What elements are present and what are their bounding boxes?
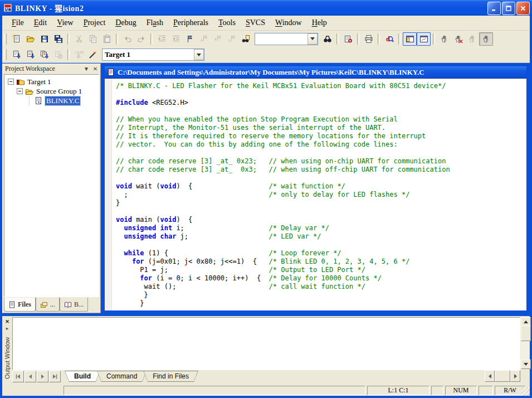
group-folder-icon bbox=[25, 87, 34, 96]
translate-icon[interactable] bbox=[9, 48, 23, 61]
editor-title-bar[interactable]: C:\Documents and Settings\Administrator\… bbox=[105, 66, 526, 78]
menu-svcs[interactable]: SVCS bbox=[241, 17, 270, 29]
target-folder-icon bbox=[16, 77, 25, 86]
find-icon[interactable] bbox=[320, 32, 334, 46]
code-line bbox=[116, 241, 526, 249]
maximize-button[interactable] bbox=[502, 2, 515, 15]
toolbar-separator bbox=[357, 33, 359, 45]
code-line bbox=[116, 207, 526, 216]
menu-view[interactable]: View bbox=[52, 17, 79, 29]
target-options-icon[interactable] bbox=[86, 48, 100, 61]
files-tab-icon bbox=[8, 301, 16, 308]
tab-files[interactable]: Files bbox=[4, 298, 36, 312]
status-cell bbox=[431, 386, 443, 395]
tab-last-icon[interactable] bbox=[49, 371, 61, 382]
output-pin-icon[interactable]: ▸ bbox=[6, 326, 9, 331]
menu-help[interactable]: Help bbox=[307, 17, 332, 29]
code-line: for (j=0x01; j< 0x80; j<<=1) { /* Blink … bbox=[116, 258, 526, 266]
read-write-cell: R/W bbox=[495, 386, 525, 395]
find-symbol-icon[interactable]: d bbox=[382, 32, 396, 46]
tab-find-in-files[interactable]: Find in Files bbox=[143, 371, 198, 382]
kill-breakpoints-icon[interactable] bbox=[451, 32, 465, 46]
title-bar[interactable]: BLINKY - 猩ision2 bbox=[0, 0, 532, 16]
cut-icon bbox=[72, 32, 86, 46]
tree-item-source-group[interactable]: Source Group 1 bbox=[4, 86, 99, 96]
print-icon[interactable] bbox=[362, 32, 375, 46]
project-window-icon[interactable] bbox=[403, 32, 417, 46]
tab-label: B... bbox=[74, 300, 84, 309]
menu-tools[interactable]: Tools bbox=[213, 17, 241, 29]
find-in-files-icon[interactable] bbox=[238, 32, 252, 46]
enable-breakpoint-icon bbox=[465, 32, 479, 46]
output-close-icon[interactable]: ✕ bbox=[4, 318, 11, 325]
target-select-combobox[interactable]: Target 1 bbox=[102, 48, 204, 61]
collapse-icon[interactable] bbox=[17, 88, 23, 94]
toolbar-separator bbox=[116, 33, 118, 45]
editor-selection-margin[interactable] bbox=[105, 79, 112, 310]
code-area[interactable]: /* BLINKY.C - LED Flasher for the Keil M… bbox=[112, 79, 526, 310]
build-toolbar: LOAD Target 1 bbox=[2, 47, 530, 63]
menu-bar: FileEditViewProjectDebugFlashPeripherals… bbox=[2, 16, 530, 31]
open-file-icon[interactable] bbox=[23, 32, 37, 46]
rebuild-all-icon[interactable] bbox=[37, 48, 51, 61]
toggle-bookmark-icon[interactable] bbox=[183, 32, 197, 46]
editor-file-path: C:\Documents and Settings\Administrator\… bbox=[118, 68, 424, 77]
chevron-down-icon[interactable] bbox=[194, 49, 204, 60]
menu-project[interactable]: Project bbox=[79, 17, 111, 29]
tab-prev-icon[interactable] bbox=[25, 371, 36, 382]
tab-books[interactable]: B... bbox=[60, 298, 88, 312]
find-text-combobox[interactable] bbox=[255, 33, 318, 45]
undo-icon bbox=[120, 32, 134, 46]
target-select-value: Target 1 bbox=[103, 50, 194, 59]
output-horizontal-scrollbar[interactable] bbox=[485, 370, 520, 382]
menu-flash[interactable]: Flash bbox=[141, 17, 168, 29]
tree-item-label: Source Group 1 bbox=[36, 87, 82, 96]
close-button[interactable] bbox=[516, 2, 530, 15]
toolbar-grip[interactable] bbox=[4, 33, 7, 45]
collapse-icon[interactable] bbox=[8, 79, 14, 85]
code-line bbox=[116, 107, 526, 115]
save-file-icon[interactable] bbox=[37, 32, 51, 46]
tab-regs[interactable]: ... bbox=[36, 298, 60, 312]
search-pages-icon[interactable] bbox=[341, 32, 355, 46]
build-target-icon[interactable] bbox=[23, 48, 37, 61]
insert-breakpoint-icon[interactable] bbox=[437, 32, 451, 46]
outdent-icon bbox=[169, 32, 183, 46]
minimize-button[interactable] bbox=[487, 2, 501, 15]
tab-build[interactable]: Build bbox=[65, 371, 100, 382]
save-all-icon[interactable] bbox=[51, 32, 65, 46]
code-line: } bbox=[116, 291, 526, 299]
tree-item-label: BLINKY.C bbox=[45, 96, 80, 105]
panel-menu-icon[interactable]: ▼ bbox=[82, 65, 90, 72]
toolbar-separator bbox=[378, 33, 380, 45]
tab-first-icon[interactable] bbox=[12, 371, 24, 382]
menu-file[interactable]: File bbox=[7, 17, 29, 29]
tree-item-target[interactable]: Target 1 bbox=[4, 77, 99, 86]
scrollbar-thumb[interactable] bbox=[495, 370, 510, 382]
resize-grip[interactable] bbox=[521, 387, 530, 396]
menu-edit[interactable]: Edit bbox=[29, 17, 52, 29]
output-window-icon[interactable] bbox=[417, 32, 431, 46]
panel-close-icon[interactable]: ✕ bbox=[91, 65, 99, 72]
scroll-down-icon[interactable] bbox=[521, 360, 531, 369]
scroll-left-icon[interactable] bbox=[485, 370, 495, 382]
window-title: BLINKY - 猩ision2 bbox=[15, 2, 84, 13]
toolbar-grip[interactable] bbox=[4, 49, 7, 60]
new-file-icon[interactable] bbox=[9, 32, 23, 46]
output-content[interactable] bbox=[12, 317, 520, 370]
menu-debug[interactable]: Debug bbox=[110, 17, 141, 29]
scroll-right-icon[interactable] bbox=[510, 370, 520, 382]
scrollbar-thumb[interactable] bbox=[521, 326, 531, 341]
menu-window[interactable]: Window bbox=[270, 17, 307, 29]
output-vertical-scrollbar[interactable] bbox=[521, 317, 530, 369]
tab-next-icon[interactable] bbox=[37, 371, 48, 382]
regs-tab-icon bbox=[40, 301, 48, 308]
tab-command[interactable]: Command bbox=[97, 371, 147, 382]
disable-breakpoints-icon[interactable] bbox=[479, 32, 493, 46]
code-line: // char code reserve [3] _at_ 0x23; // w… bbox=[116, 157, 526, 166]
tree-item-blinky-c[interactable]: BLINKY.C bbox=[4, 96, 99, 105]
menu-peripherals[interactable]: Peripherals bbox=[168, 17, 213, 29]
num-lock-cell: NUM bbox=[445, 386, 477, 395]
chevron-down-icon[interactable] bbox=[308, 33, 318, 45]
status-message-cell bbox=[64, 386, 365, 395]
